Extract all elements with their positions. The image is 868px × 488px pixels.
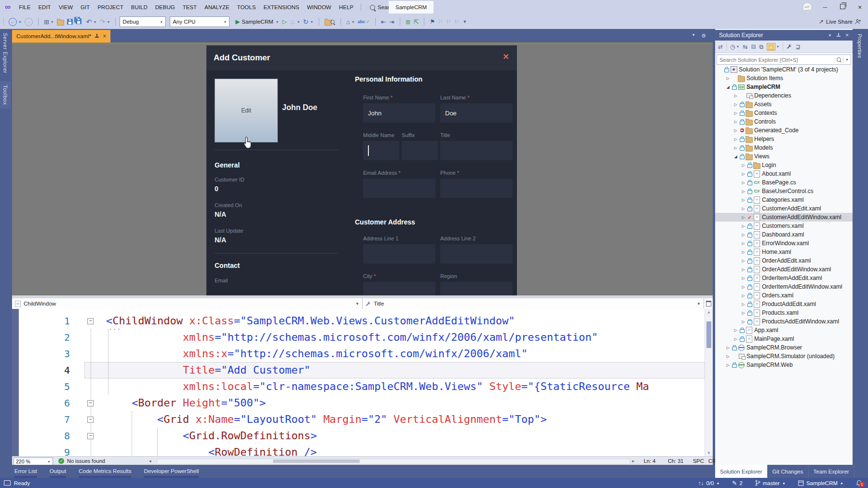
- tool-tab-solution-explorer[interactable]: Solution Explorer: [715, 465, 768, 478]
- tree-item-about-xaml[interactable]: ▷About.xaml: [715, 169, 853, 178]
- expander-icon[interactable]: ▷: [740, 181, 746, 185]
- navigate-back-button[interactable]: ←▼: [7, 17, 23, 27]
- collapse-all-icon[interactable]: ⊟: [751, 43, 756, 50]
- toolbox-tab[interactable]: Toolbox: [0, 81, 11, 109]
- panel-menu-icon[interactable]: ▼: [828, 33, 832, 38]
- outline-collapse-icon[interactable]: −: [87, 400, 94, 406]
- photo-edit-button[interactable]: Edit: [215, 79, 278, 142]
- menu-file[interactable]: FILE: [15, 3, 34, 12]
- tool-tab-team-explorer[interactable]: Team Explorer: [809, 465, 854, 478]
- tree-item-assets[interactable]: ▷Assets: [715, 100, 853, 109]
- live-share-button[interactable]: ↗ Live Share: [819, 18, 861, 25]
- find-in-files-button[interactable]: [323, 17, 337, 27]
- repository-button[interactable]: SampleCRM▲: [798, 480, 843, 486]
- issues-status[interactable]: No issues found: [67, 458, 105, 464]
- save-button[interactable]: [66, 18, 74, 26]
- horizontal-scrollbar[interactable]: [157, 459, 630, 464]
- tree-item-solution-samplecrm-3-of-4-projects[interactable]: Solution 'SampleCRM' (3 of 4 projects): [715, 65, 853, 74]
- expander-icon[interactable]: ▷: [740, 320, 746, 324]
- expander-icon[interactable]: ▷: [725, 76, 731, 81]
- platform-dropdown[interactable]: Any CPU▼: [170, 16, 230, 27]
- expander-icon[interactable]: ▷: [732, 128, 739, 133]
- open-file-button[interactable]: [55, 17, 66, 27]
- suffix-field[interactable]: [402, 141, 438, 160]
- expander-icon[interactable]: ▷: [740, 241, 746, 246]
- notifications-button[interactable]: 1: [856, 480, 862, 487]
- user-avatar[interactable]: [802, 2, 812, 12]
- uncomment-button[interactable]: ⇱: [412, 17, 420, 27]
- tree-item-customeraddedit-xaml[interactable]: ▷CustomerAddEdit.xaml: [715, 204, 853, 213]
- minimize-button[interactable]: ─: [821, 4, 829, 11]
- expander-icon[interactable]: ▷: [732, 111, 739, 115]
- comment-button[interactable]: ≣: [404, 17, 412, 27]
- tree-item-productsaddeditwindow-xaml[interactable]: ▷ProductsAddEditWindow.xaml: [715, 317, 853, 326]
- menu-git[interactable]: GIT: [77, 3, 93, 12]
- expander-icon[interactable]: ▷: [740, 311, 746, 315]
- scroll-left-icon[interactable]: ◂: [149, 459, 151, 463]
- expander-icon[interactable]: ▷: [725, 354, 731, 359]
- code-text[interactable]: Title="Add Customer": [106, 362, 311, 378]
- city-field[interactable]: [363, 282, 435, 297]
- menu-help[interactable]: HELP: [336, 3, 357, 12]
- next-bookmark-button[interactable]: ⚐: [445, 17, 453, 26]
- tree-item-customeraddeditwindow-xaml[interactable]: ▷✓CustomerAddEditWindow.xaml: [715, 213, 853, 222]
- region-field[interactable]: [440, 282, 513, 297]
- close-button[interactable]: ×: [855, 3, 864, 11]
- expander-icon[interactable]: ▷: [740, 250, 746, 254]
- hot-reload-button[interactable]: ♨▼: [288, 17, 302, 27]
- code-text[interactable]: <ChildWindow x:Class="SampleCRM.Web.View…: [106, 313, 515, 329]
- menu-analyze[interactable]: ANALYZE: [201, 3, 233, 12]
- tree-item-errorwindow-xaml[interactable]: ▷ErrorWindow.xaml: [715, 239, 853, 248]
- tree-item-samplecrm-browser[interactable]: ▷SampleCRM.Browser: [715, 343, 853, 352]
- document-tab[interactable]: CustomerAdd...tWindow.xaml* ×: [12, 30, 110, 42]
- chevron-down-icon[interactable]: ▼: [843, 56, 851, 63]
- menu-debug[interactable]: DEBUG: [152, 3, 178, 12]
- column-indicator[interactable]: Ch: 31: [668, 458, 683, 464]
- outline-collapse-icon[interactable]: −: [87, 318, 94, 324]
- expander-icon[interactable]: ▷: [740, 285, 746, 289]
- expander-icon[interactable]: ▷: [740, 276, 746, 280]
- tree-item-helpers[interactable]: ▷Helpers: [715, 135, 853, 143]
- toolbar-grip[interactable]: [3, 18, 4, 26]
- tree-item-home-xaml[interactable]: ▷Home.xaml: [715, 248, 853, 256]
- code-text[interactable]: xmlns:local="clr-namespace:SampleCRM.Web…: [106, 378, 649, 395]
- expander-icon[interactable]: ▷: [740, 302, 746, 307]
- code-text[interactable]: xmlns:x="http://schemas.microsoft.com/wi…: [106, 346, 528, 362]
- tree-item-contexts[interactable]: ▷Contexts: [715, 109, 853, 117]
- properties-tab[interactable]: Properties: [853, 29, 867, 63]
- expander-icon[interactable]: ▷: [740, 233, 746, 237]
- pending-changes-filter-icon[interactable]: ◷▼: [730, 43, 739, 50]
- tool-tab-git-changes[interactable]: Git Changes: [768, 465, 809, 478]
- tree-item-categories-xaml[interactable]: ▷Categories.xaml: [715, 195, 853, 204]
- tab-list-dropdown-icon[interactable]: ▼: [692, 33, 695, 39]
- prev-bookmark-button[interactable]: ⚐: [436, 17, 445, 26]
- expander-icon[interactable]: ▷: [740, 293, 746, 298]
- bookmark-button[interactable]: ⚑: [428, 17, 436, 26]
- start-debug-button[interactable]: ▶SampleCRM▼: [233, 18, 281, 25]
- tree-item-dependencies[interactable]: ▷Dependencies: [715, 91, 853, 100]
- zoom-level-dropdown[interactable]: 220 %▼: [14, 458, 53, 465]
- expander-icon[interactable]: ▷: [740, 163, 746, 167]
- expander-icon[interactable]: ◢: [732, 154, 739, 159]
- expander-icon[interactable]: ▷: [740, 189, 746, 194]
- tree-item-baseusercontrol-cs[interactable]: ▷C#BaseUserControl.cs: [715, 187, 853, 195]
- code-metrics-icon[interactable]: ⊒: [795, 43, 800, 50]
- last-name-field[interactable]: Doe: [440, 103, 513, 123]
- expander-icon[interactable]: ▷: [740, 215, 746, 220]
- tree-item-productaddedit-xaml[interactable]: ▷ProductAddEdit.xaml: [715, 300, 853, 308]
- menu-test[interactable]: TEST: [179, 3, 200, 12]
- tree-item-samplecrm-simulator-unloaded[interactable]: ▷SampleCRM.Simulator (unloaded): [715, 352, 853, 361]
- middle-name-field[interactable]: [363, 141, 399, 160]
- spell-check-button[interactable]: abc✓: [356, 18, 371, 25]
- git-sync-button[interactable]: ↑↓0/0▲: [698, 480, 719, 486]
- properties-wrench-icon[interactable]: [787, 44, 792, 49]
- title-field[interactable]: [440, 141, 513, 160]
- xaml-designer-surface[interactable]: Add Customer ✕ Edit John Doe General Cus…: [12, 42, 713, 297]
- git-pending-edits-button[interactable]: ✎2: [732, 480, 742, 487]
- tree-item-samplecrm-web[interactable]: ▷SampleCRM.Web: [715, 361, 853, 369]
- expander-icon[interactable]: ▷: [740, 172, 746, 176]
- element-breadcrumb-dropdown[interactable]: ‹› ChildWindow ▼: [12, 298, 363, 309]
- tree-item-orders-xaml[interactable]: ▷Orders.xaml: [715, 291, 853, 300]
- expander-icon[interactable]: ▷: [740, 267, 746, 272]
- panel-tab-error-list[interactable]: Error List: [14, 468, 37, 475]
